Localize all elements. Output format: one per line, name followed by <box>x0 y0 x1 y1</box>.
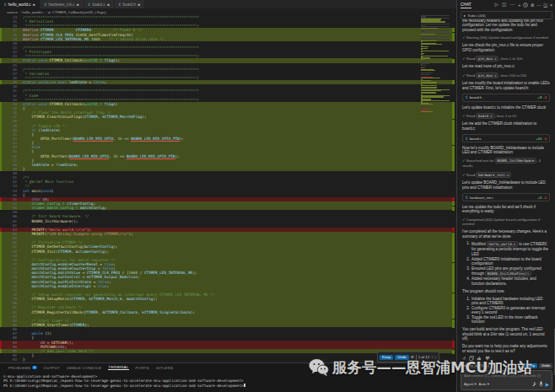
panel-tab-terminal[interactable]: TERMINAL <box>108 365 128 370</box>
edited-file-chip[interactable]: Cboard.c+10-0 <box>462 134 550 142</box>
file-chip[interactable]: pin_mux.c <box>476 56 498 62</box>
file-chip[interactable]: hardware_init.c <box>476 172 511 178</box>
tab-board.h[interactable]: Cboard.h● <box>115 0 145 8</box>
edited-file-chip[interactable]: Chardware_init.c+5-0 <box>462 193 550 201</box>
c-file-icon: C <box>466 137 468 141</box>
model-picker[interactable]: Auto ▾ <box>479 382 489 386</box>
thumbs-up-icon[interactable] <box>477 356 482 361</box>
breadcrumb-item[interactable]: CTIMER_Callback(uint32_t flags) <box>52 10 106 14</box>
modified-dot-icon: ● <box>33 3 35 6</box>
list-item-text: Configure CTIMER0 to generate an interru… <box>471 306 550 315</box>
minimap-line <box>421 40 437 41</box>
more-actions-icon[interactable]: ⋯ <box>536 3 541 8</box>
editor-tab-bar: Chello_world.c●Chardware_init.c●Cboard.c… <box>0 0 456 8</box>
new-chat-icon[interactable]: + <box>518 3 520 8</box>
more-actions-icon[interactable]: ⋯ <box>509 1 515 8</box>
chat-title[interactable]: CHAT <box>461 3 471 8</box>
minimap-line <box>421 100 450 101</box>
terminal-output[interactable]: s-mcu-application-and-software-developme… <box>0 372 456 388</box>
panel-tab-output[interactable]: OUTPUT <box>44 366 60 370</box>
keep-all-button[interactable]: Keep <box>524 363 537 368</box>
changed-file-chip[interactable]: hello_world.c <box>461 362 492 368</box>
diff-counter: 1 of 12 <box>418 355 429 359</box>
file-chip[interactable]: pin_mux.c <box>476 72 498 78</box>
tab-hardware_init.c[interactable]: Chardware_init.c● <box>40 0 84 8</box>
mode-picker[interactable]: Agent ▾ <box>464 382 477 386</box>
edited-file-chip[interactable]: Cboard.h+9-0 <box>462 94 550 102</box>
split-editor-icon[interactable]: ◫ <box>502 1 506 8</box>
breadcrumb[interactable]: source›hello_world.c›◈CTIMER_Callback(ui… <box>0 8 463 15</box>
removed-count: -0 <box>543 137 547 141</box>
minimap-line <box>421 44 442 45</box>
previous-change-icon[interactable]: ↑ <box>431 355 433 359</box>
panel-tab-ports[interactable]: PORTS <box>136 366 149 370</box>
close-icon[interactable]: × <box>550 3 552 8</box>
mic-icon[interactable] <box>539 381 543 388</box>
list-item-text: Ensured LED pins are properly configured… <box>471 266 550 277</box>
tab-hello_world.c[interactable]: Chello_world.c● <box>0 0 40 8</box>
ruler-mark <box>452 350 455 354</box>
line-text: static void CTIMER_Callback(uint32_t fla… <box>23 58 120 62</box>
tool-call-row[interactable]: ✓ Read pin_mux.c, lines 1 to 100 <box>462 56 550 62</box>
chat-message-text: Let me add the CTIMER clock initializati… <box>462 121 550 131</box>
undo-all-button[interactable]: Undo <box>539 363 552 368</box>
breadcrumb-separator: › <box>45 10 46 14</box>
bottom-panel: PROBLEMS4OUTPUTDEBUG CONSOLETERMINALPORT… <box>0 362 456 392</box>
file-chip[interactable]: board.c <box>476 113 494 119</box>
chat-message-text: Let me update the todo list and we'll ch… <box>462 205 550 214</box>
panel-tab-gitlens[interactable]: GITLENS <box>156 366 174 370</box>
line-text: #define CTIMER_LED_INTERVAL_MS 1000 /* 1… <box>23 37 164 41</box>
settings-gear-icon[interactable]: ⚙ <box>531 3 535 8</box>
minimap[interactable] <box>421 15 451 115</box>
line-text: static volatile bool ledState = false; <box>23 80 106 84</box>
retry-icon[interactable]: ↺ <box>462 356 466 361</box>
breadcrumb-item[interactable]: source <box>7 10 18 14</box>
tools-icon[interactable] <box>531 381 536 387</box>
check-icon: ✓ <box>462 35 466 40</box>
line-text: CTIMER_Init(CTIMER, &ctimerConfig); <box>23 250 109 254</box>
task-status-row[interactable]: ✓ Completed (4/4) Update board configura… <box>462 217 550 227</box>
panel-tab-problems[interactable]: PROBLEMS4 <box>8 366 37 370</box>
tool-call-row[interactable]: ✓ Read board.c, lines 1 to 50 <box>462 113 550 119</box>
c-file-icon: C <box>89 3 91 7</box>
code-editor[interactable]: 14/*************************************… <box>0 15 456 362</box>
terminal-line: PS E:\OneDrive\gitRepo\ac_repoes-how-to-… <box>3 384 456 388</box>
settings-gear-icon[interactable]: ⚙ <box>411 355 414 359</box>
history-icon[interactable] <box>523 3 528 8</box>
chat-input-controls: Agent ▾ Auto ▾ ▶ <box>464 381 549 388</box>
copy-icon[interactable] <box>469 356 474 361</box>
ruler-mark <box>452 59 455 63</box>
minimap-line <box>421 51 449 51</box>
undo-button[interactable]: Undo <box>395 355 409 360</box>
panel-tab-bar: PROBLEMS4OUTPUTDEBUG CONSOLETERMINALPORT… <box>0 363 456 372</box>
edited-file-name: board.h <box>470 95 482 99</box>
line-text: CTIMER_RegisterCallBack(CTIMER, &CTIMER_… <box>23 310 195 314</box>
tool-call-row[interactable]: ✓ Read hardware_init.c <box>462 172 550 178</box>
run-icon[interactable]: ▷ <box>495 1 498 8</box>
modified-dot-icon: ● <box>107 3 110 6</box>
tool-call-row[interactable]: ✓ Read pin_mux.c, lines 100 to 200 <box>462 72 550 78</box>
minimap-line <box>421 70 435 71</box>
list-number: 3. <box>465 315 470 325</box>
keep-button[interactable]: Keep <box>380 355 393 360</box>
line-text: BOARD_InitHardware(); <box>23 219 78 223</box>
chat-input-box[interactable]: Add context (#), extensions (@), command… <box>461 370 552 390</box>
panel-tab-debug-console[interactable]: DEBUG CONSOLE <box>67 366 101 370</box>
file-chip[interactable]: BOARD_InitHardware <box>495 158 536 164</box>
tool-call-row[interactable]: ✓ Searched text for BOARD_InitHardware, … <box>462 158 550 168</box>
chat-message-text: Let's update BOARD_InitHardware to inclu… <box>462 180 550 190</box>
task-status-row[interactable]: ✓ Starting (3/4) Update board configurat… <box>462 35 550 40</box>
open-in-editor-icon[interactable]: ◫ <box>543 3 547 8</box>
chat-ordered-list: 1.Initialize the board hardware includin… <box>465 297 550 325</box>
divider <box>416 355 417 360</box>
ruler-mark <box>452 207 455 211</box>
breadcrumb-item[interactable]: hello_world.c <box>22 10 43 14</box>
tab-board.c[interactable]: Cboard.c● <box>84 0 115 8</box>
list-item: 1.Modified hello_world.c to use CTIMER0 … <box>465 241 550 256</box>
thumbs-down-icon[interactable] <box>485 356 490 361</box>
todos-widget[interactable]: ▸ Todos (4/4) <box>461 11 552 19</box>
chat-message-text: The program should now: <box>462 289 550 294</box>
next-change-icon[interactable]: ↓ <box>434 355 436 359</box>
send-icon[interactable]: ▶ <box>546 382 549 387</box>
chevron-right-icon: ▸ <box>464 13 466 18</box>
